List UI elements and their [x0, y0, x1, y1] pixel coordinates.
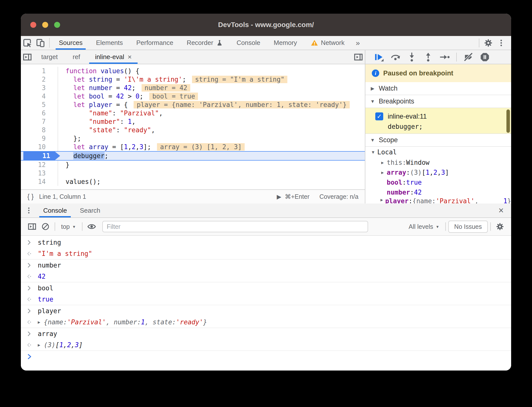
drawer-menu-button[interactable] — [21, 204, 37, 217]
watch-section-header[interactable]: ▶ Watch — [365, 82, 511, 95]
scope-row-this[interactable]: ▶this: Window — [365, 158, 511, 168]
settings-button[interactable] — [482, 38, 495, 48]
scope-row-local[interactable]: ▼Local — [365, 147, 511, 158]
expand-object-icon[interactable]: ▶ — [38, 342, 40, 347]
sidebar-scrollbar[interactable] — [506, 109, 510, 133]
line-number[interactable]: 2 — [21, 75, 58, 84]
line-number[interactable]: 7 — [21, 117, 58, 126]
scope-section-header[interactable]: ▼ Scope — [365, 134, 511, 147]
context-selector[interactable]: top ▼ — [58, 223, 79, 230]
execution-line[interactable]: 11 debugger; — [21, 151, 365, 161]
line-number[interactable]: 10 — [21, 143, 58, 151]
tab-performance[interactable]: Performance — [130, 36, 180, 50]
expand-object-icon[interactable]: ▶ — [38, 320, 40, 325]
line-number[interactable]: 3 — [21, 84, 58, 92]
console-input-row[interactable]: string — [21, 237, 511, 248]
step-button[interactable] — [437, 51, 452, 63]
line-number[interactable]: 11 — [21, 152, 58, 160]
pretty-print-icon[interactable]: { } — [27, 193, 34, 201]
show-navigator-button[interactable] — [21, 50, 34, 64]
chevron-down-icon[interactable]: ▼ — [369, 150, 377, 155]
breakpoint-checkbox[interactable]: ✓ — [375, 112, 383, 120]
close-tab-icon[interactable]: × — [128, 53, 132, 61]
live-expression-button[interactable] — [85, 221, 98, 233]
clear-console-button[interactable] — [39, 221, 52, 233]
chevron-right-icon[interactable]: ▶ — [378, 197, 385, 202]
console-prompt[interactable] — [21, 351, 511, 362]
console-messages[interactable]: string"I'm a string"number42booltrueplay… — [21, 236, 511, 371]
editor-line[interactable]: 5 let player = {player = {name: 'Parziva… — [21, 101, 365, 109]
console-sidebar-button[interactable] — [25, 221, 39, 233]
editor-line[interactable]: 6 "name": "Parzival", — [21, 109, 365, 117]
tab-console[interactable]: Console — [230, 36, 267, 50]
scope-row-array[interactable]: ▶array: (3) [1, 2, 3] — [365, 168, 511, 177]
breakpoints-section-header[interactable]: ▼ Breakpoints — [365, 95, 511, 108]
step-into-button[interactable] — [405, 51, 419, 63]
editor-line[interactable]: 8 "state": "ready", — [21, 126, 365, 134]
line-number[interactable]: 13 — [21, 169, 58, 177]
console-result-row[interactable]: "I'm a string" — [21, 248, 511, 260]
editor-line[interactable]: 12} — [21, 161, 365, 169]
line-number[interactable]: 4 — [21, 92, 58, 101]
pause-on-exceptions-button[interactable] — [478, 51, 492, 63]
console-settings-button[interactable] — [493, 221, 507, 233]
file-tab-ref[interactable]: ref — [65, 50, 88, 64]
editor-line[interactable]: 4 let bool = 42 > 0;bool = true — [21, 92, 365, 101]
chevron-right-icon[interactable]: ▶ — [378, 170, 387, 175]
editor-line[interactable]: 14values(); — [21, 177, 365, 186]
console-input-row[interactable]: array — [21, 328, 511, 339]
chevron-right-icon[interactable]: ▶ — [378, 160, 387, 165]
more-tabs-button[interactable]: » — [351, 36, 364, 50]
console-result-row[interactable]: ▶(3) [1, 2, 3] — [21, 339, 511, 351]
tab-elements[interactable]: Elements — [89, 36, 129, 50]
step-over-button[interactable] — [388, 51, 403, 63]
console-result-row[interactable]: ▶{name: 'Parzival', number: 1, state: 'r… — [21, 317, 511, 328]
deactivate-breakpoints-button[interactable] — [461, 51, 476, 63]
console-input-row[interactable]: player — [21, 305, 511, 317]
titlebar[interactable]: DevTools - www.google.com/ — [21, 14, 511, 36]
console-result-arrow-icon — [27, 319, 38, 325]
log-level-selector[interactable]: All levels ▼ — [405, 223, 443, 230]
console-result-row[interactable]: true — [21, 294, 511, 305]
tab-memory[interactable]: Memory — [267, 36, 304, 50]
editor-line[interactable]: 10 let array = [1,2,3];array = (3) [1, 2… — [21, 143, 365, 151]
tab-recorder[interactable]: Recorder — [180, 36, 230, 50]
close-drawer-button[interactable]: × — [491, 204, 511, 217]
tab-network[interactable]: Network — [304, 36, 351, 50]
console-filter-input[interactable] — [102, 221, 368, 232]
editor-line[interactable]: 2 let string = 'I\'m a string';string = … — [21, 75, 365, 84]
line-number[interactable]: 12 — [21, 161, 58, 169]
resume-button[interactable] — [372, 51, 386, 63]
file-tab-target[interactable]: target — [34, 50, 65, 64]
drawer-tab-console[interactable]: Console — [37, 204, 73, 217]
step-out-button[interactable] — [421, 51, 435, 63]
line-number[interactable]: 6 — [21, 109, 58, 117]
tab-sources[interactable]: Sources — [52, 36, 89, 50]
code-editor[interactable]: 1function values() {2 let string = 'I\'m… — [21, 64, 365, 189]
editor-line[interactable]: 1function values() { — [21, 67, 365, 75]
line-number[interactable]: 14 — [21, 177, 58, 186]
devtools-menu-button[interactable] — [495, 39, 508, 47]
open-file-navigation-button[interactable] — [352, 50, 365, 64]
issues-counter[interactable]: No Issues — [448, 221, 488, 233]
run-snippet-icon[interactable]: ▶ — [277, 193, 281, 200]
line-number[interactable]: 8 — [21, 126, 58, 134]
editor-line[interactable]: 7 "number": 1, — [21, 117, 365, 126]
scope-row-player[interactable]: ▶player: {name: 'Parzival', number: 1} — [365, 197, 511, 204]
console-result-row[interactable]: 42 — [21, 271, 511, 282]
line-number[interactable]: 5 — [21, 101, 58, 109]
editor-line[interactable]: 13 — [21, 169, 365, 177]
scope-row-number[interactable]: number: 42 — [365, 187, 511, 197]
breakpoint-item[interactable]: ✓ inline-eval:11 debugger; — [365, 108, 511, 134]
console-input-row[interactable]: number — [21, 260, 511, 271]
inspect-button[interactable] — [21, 36, 34, 50]
editor-line[interactable]: 9 }; — [21, 134, 365, 143]
line-number[interactable]: 1 — [21, 67, 58, 75]
scope-row-bool[interactable]: bool: true — [365, 177, 511, 187]
editor-line[interactable]: 3 let number = 42;number = 42 — [21, 84, 365, 92]
console-input-row[interactable]: bool — [21, 282, 511, 294]
device-toolbar-button[interactable] — [34, 36, 47, 50]
line-number[interactable]: 9 — [21, 134, 58, 143]
drawer-tab-search[interactable]: Search — [73, 204, 107, 217]
file-tab-inline-eval[interactable]: inline-eval × — [88, 50, 139, 64]
